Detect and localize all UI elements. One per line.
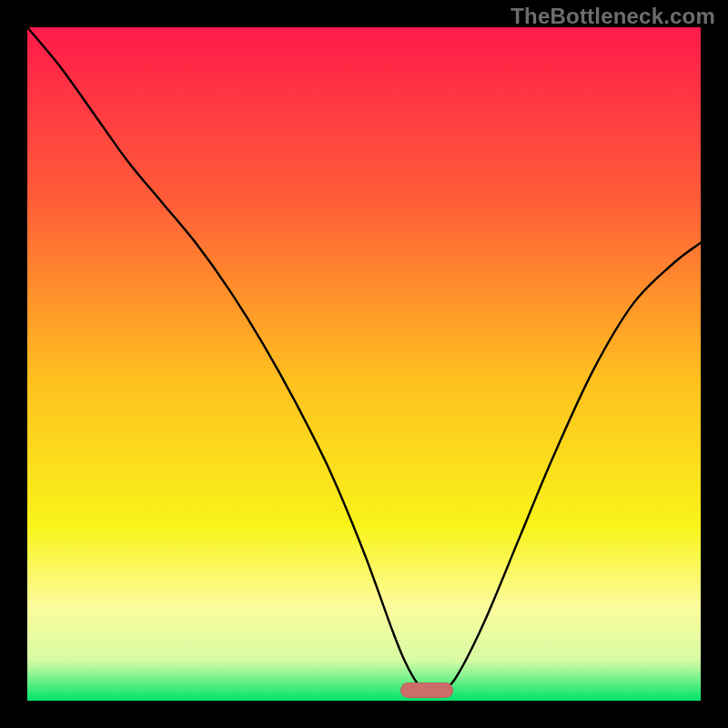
attribution-text: TheBottleneck.com [511,4,715,29]
gradient-background [27,27,701,701]
optimal-point-marker [400,682,453,698]
plot-svg [27,27,701,701]
plot-area [27,27,701,701]
chart-frame: TheBottleneck.com [0,0,728,728]
